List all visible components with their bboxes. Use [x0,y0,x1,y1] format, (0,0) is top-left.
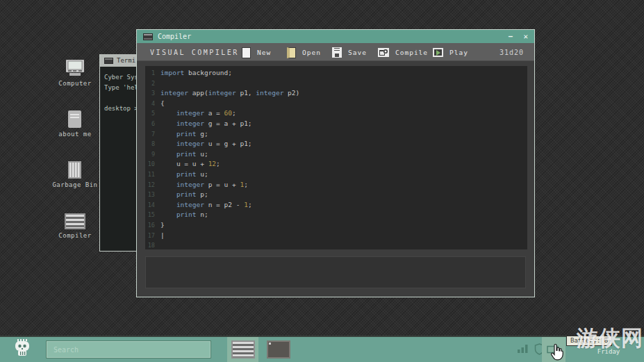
terminal-window-icon [267,340,290,359]
minimize-button[interactable]: − [509,30,513,43]
line-number: 5 [145,108,155,119]
line-number: 3 [145,88,155,99]
watermark: 游侠网 [577,324,643,353]
line-number: 10 [145,159,155,170]
desktop-icon-label: Garbage Bin [51,181,99,188]
line-number: 14 [145,200,155,211]
code-line: 11 print u; [145,170,527,180]
monitor-icon [51,58,99,77]
line-number: 17 [145,231,155,241]
code-area[interactable]: 1import background;23integer app(integer… [145,66,527,249]
code-line: 4{ [145,99,527,109]
new-file-icon [242,47,251,58]
line-number: 4 [145,99,155,109]
desktop-icon-garbage-bin[interactable]: Garbage Bin [51,160,99,188]
open-button[interactable]: Open [287,47,321,58]
compiler-window-icon [231,340,255,359]
desktop-icon-label: Computer [51,80,99,87]
line-number: 15 [145,210,155,220]
line-number: 9 [145,149,155,160]
terminal-body[interactable]: Cyber SystType 'help desktop > [100,67,136,120]
terminal-line [104,93,132,104]
line-number: 13 [145,190,155,200]
timer-display: 31d20 [499,49,524,56]
new-button[interactable]: New [242,47,271,58]
line-number: 8 [145,139,155,149]
desktop-icon-about-me[interactable]: about me [51,109,99,138]
floppy-disk-icon [332,47,342,58]
code-line: 15 print n; [145,210,527,220]
terminal-titlebar[interactable]: Termi [100,54,136,67]
desktop-icon-computer[interactable]: Computer [51,58,99,87]
terminal-window: Termi Cyber SystType 'help desktop > [99,54,137,252]
close-button[interactable]: ✕ [523,30,528,43]
compiler-titlebar[interactable]: Compiler − ✕ [137,30,534,43]
cursor-pointer-icon [550,344,564,362]
compiler-icon [51,211,99,229]
code-line: 1import background; [145,68,527,79]
trash-icon [51,160,99,179]
desktop-icon-label: Compiler [51,232,99,239]
notebook-icon [51,109,99,128]
code-line: 5 integer a = 60; [145,108,527,119]
terminal-line: desktop > [104,104,132,114]
desktop-icon-compiler[interactable]: Compiler [51,211,99,239]
compile-gear-icon [378,48,389,57]
code-line: 16} [145,220,527,231]
save-button[interactable]: Save [332,47,367,58]
line-number: 6 [145,119,155,129]
signal-bars-icon[interactable] [517,343,529,356]
terminal-line: Cyber Syst [104,72,132,83]
search-input[interactable] [46,340,211,359]
terminal-title: Termi [117,57,135,64]
compiler-app-name: VISUAL COMPILER G [150,49,251,56]
taskbar [0,336,644,362]
terminal-line: Type 'help [104,83,132,93]
play-icon [433,48,443,57]
skull-icon [13,339,31,359]
taskbar-app-terminal[interactable] [263,337,294,362]
desktop-icon-label: about me [51,131,99,138]
taskbar-app-compiler[interactable] [227,337,258,362]
code-line: 8 integer u = g + p1; [145,139,527,149]
play-button[interactable]: Play [433,47,468,58]
line-number: 2 [145,79,155,89]
compiler-title: Compiler [158,33,191,40]
code-line: 12 integer p = u + 1; [145,180,527,190]
code-line: 18 [145,240,527,249]
compiler-window: Compiler − ✕ VISUAL COMPILER G New Open … [136,29,535,297]
compiler-window-icon [143,33,153,40]
terminal-window-icon [104,58,113,64]
code-line: 7 print g; [145,129,527,140]
code-line: 3integer app(integer p1, integer p2) [145,88,527,99]
code-line: 17| [145,231,527,241]
compiler-toolbar: VISUAL COMPILER G New Open Save Compile … [137,43,534,61]
line-number: 16 [145,220,155,231]
code-line: 6 integer g = a + p1; [145,119,527,129]
line-number: 1 [145,68,155,79]
code-line: 10 u = u + 12; [145,159,527,170]
line-number: 18 [145,240,155,249]
code-line: 9 print u; [145,149,527,160]
start-button[interactable] [13,339,33,360]
line-number: 11 [145,170,155,180]
line-number: 7 [145,129,155,140]
compile-button[interactable]: Compile [378,47,428,58]
code-line: 2 [145,79,527,89]
line-number: 12 [145,180,155,190]
open-file-icon [287,47,296,58]
code-line: 14 integer n = p2 - 1; [145,200,527,211]
code-line: 13 print p; [145,190,527,200]
output-console [145,256,526,288]
